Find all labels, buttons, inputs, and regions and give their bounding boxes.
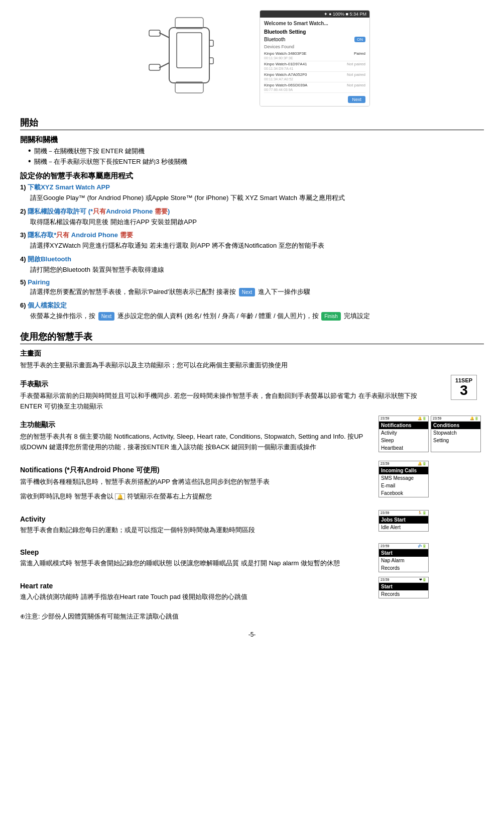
conditions-screen: 23:59 🔔🔋 Conditions Stopwatch Setting bbox=[431, 416, 481, 452]
heart-detail-screen: 23:59 ❤🔋 Start Records bbox=[379, 577, 429, 598]
main-func-text: 主功能顯示 您的智慧手表共有 8 個主要功能 Notifications, Ac… bbox=[20, 416, 370, 457]
sleep-screen-time: 23:59 bbox=[381, 544, 390, 548]
heart-item-2: Records bbox=[379, 590, 428, 598]
step6-next-btn[interactable]: Next bbox=[98, 312, 115, 321]
devices-found-label: Devices Found bbox=[264, 44, 365, 49]
step5-next-btn[interactable]: Next bbox=[239, 288, 256, 296]
svg-line-2 bbox=[159, 33, 169, 38]
heart-body: 進入心跳偵測功能時 請將手指放在Heart rate Touch pad 後開始… bbox=[20, 592, 370, 602]
notifications-title: Notifications (*只有Android Phone 可使用) bbox=[20, 466, 370, 475]
svg-rect-1 bbox=[177, 33, 202, 68]
devices-list: Kinpo Watch-34803F3E00:11:34:80:3F:3E Pa… bbox=[264, 51, 365, 93]
notifications-screens: 23:59 🔔🔋 Incoming Calls SMS Message E-ma… bbox=[379, 461, 484, 497]
step-6: 6) 個人檔案設定 依螢幕之操作指示，按 Next 逐步設定您的個人資料 (姓名… bbox=[20, 301, 484, 321]
date-display-container: 11SEP 3 bbox=[444, 375, 484, 400]
step-3-body: 請選擇XYZWatch 同意進行隱私存取通知 若未進行選取 則APP 將不會傳送… bbox=[30, 241, 484, 251]
heart-screens: 23:59 ❤🔋 Start Records bbox=[379, 577, 484, 598]
date-display: 11SEP 3 bbox=[451, 375, 477, 400]
notif-item-4: Facebook bbox=[379, 489, 428, 497]
sleep-screens: 23:59 💤🔋 Start Nap Alarm Records bbox=[379, 543, 484, 572]
next-button[interactable]: Next bbox=[348, 96, 365, 103]
bullet-power-off: • 關機－在手表顯示狀態下長按ENTER 鍵約3 秒後關機 bbox=[28, 157, 484, 166]
screen1-icons: 🔔🔋 bbox=[418, 417, 427, 421]
sleep-title: Sleep bbox=[20, 548, 370, 556]
svg-rect-5 bbox=[149, 64, 160, 70]
step-5: 5) Pairing 請選擇您所要配置的智慧手表後，會顯示'Paired'狀態表… bbox=[20, 278, 484, 297]
phone-welcome-text: Welcome to Smart Watch... bbox=[264, 21, 365, 26]
step-5-label: Pairing bbox=[28, 278, 50, 286]
bullet-dot-1: • bbox=[28, 147, 31, 155]
watch-image bbox=[134, 10, 244, 100]
screen1-time: 23:59 bbox=[381, 417, 390, 421]
notif-item-3: E-mail bbox=[379, 482, 428, 489]
step-2-header: 2) 隱私權設備存取許可 (*只有Android Phone 需要) bbox=[20, 207, 484, 216]
activity-section: Activity 智慧手表會自動記錄您每日的運動；或是可以指定一個特別時間做為運… bbox=[20, 510, 484, 540]
device-status-2: Not paired bbox=[347, 62, 365, 71]
on-off-title: 開關和關機 bbox=[20, 135, 484, 145]
step6-finish-btn[interactable]: Finish bbox=[321, 312, 341, 321]
step-5-body: 請選擇您所要配置的智慧手表後，會顯示'Paired'狀態表示已配對 接著按 Ne… bbox=[30, 287, 484, 297]
setup-title: 設定你的智慧手表和專屬應用程式 bbox=[20, 171, 484, 181]
notif-screen-time: 23:59 bbox=[381, 462, 390, 466]
notif-item-1: Incoming Calls bbox=[379, 467, 428, 474]
heart-section: Heart rate 進入心跳偵測功能時 請將手指放在Heart rate To… bbox=[20, 577, 484, 606]
screen2-status: 23:59 🔔🔋 bbox=[431, 416, 480, 422]
step-2-body: 取得隱私權設備存取同意後 開始進行APP 安裝並開啟APP bbox=[30, 217, 484, 227]
svg-rect-4 bbox=[149, 30, 160, 36]
step-3-number: 3) bbox=[20, 231, 28, 239]
svg-rect-7 bbox=[175, 82, 203, 93]
device-name-2: Kinpo Watch-01D97A4100:11:34:D9:7A:41 bbox=[264, 62, 307, 71]
sleep-item-2: Nap Alarm bbox=[379, 557, 428, 564]
step-1: 1) 下載XYZ Smart Watch APP 請至Google Play™ … bbox=[20, 183, 484, 203]
notif-screen-status: 23:59 🔔🔋 bbox=[379, 461, 428, 467]
notifications-detail-screen: 23:59 🔔🔋 Incoming Calls SMS Message E-ma… bbox=[379, 461, 429, 497]
heart-title: Heart rate bbox=[20, 582, 370, 590]
device-name-1: Kinpo Watch-34803F3E00:11:34:80:3F:3E bbox=[264, 51, 307, 60]
device-item-1: Kinpo Watch-34803F3E00:11:34:80:3F:3E Pa… bbox=[264, 51, 365, 61]
main-func-title: 主功能顯示 bbox=[20, 421, 370, 430]
main-func-screens: 23:59 🔔🔋 Notifications Activity Sleep He… bbox=[379, 416, 484, 454]
bluetooth-toggle[interactable]: ON bbox=[354, 37, 365, 42]
device-status-4: Not paired bbox=[347, 83, 365, 92]
notif-screen-icons: 🔔🔋 bbox=[418, 462, 427, 466]
page-number: -5- bbox=[20, 631, 484, 638]
activity-layout: Activity 智慧手表會自動記錄您每日的運動；或是可以指定一個特別時間做為運… bbox=[20, 510, 484, 540]
main-func-body: 您的智慧手表共有 8 個主要功能 Notifications, Activity… bbox=[20, 432, 370, 453]
device-item-2: Kinpo Watch-01D97A4100:11:34:D9:7A:41 No… bbox=[264, 61, 365, 72]
bluetooth-label: Bluetooth bbox=[264, 37, 285, 42]
step-4: 4) 開啟Bluetooth 請打開您的Bluetooth 裝置與智慧手表取得連… bbox=[20, 255, 484, 275]
heart-layout: Heart rate 進入心跳偵測功能時 請將手指放在Heart rate To… bbox=[20, 577, 484, 606]
next-btn-container: Next bbox=[264, 96, 365, 103]
kaishi-title: 開始 bbox=[20, 117, 484, 130]
bullet-power-on: • 開機－在關機狀態下按 ENTER 鍵開機 bbox=[28, 147, 484, 156]
screen2-time: 23:59 bbox=[433, 417, 442, 421]
activity-text: Activity 智慧手表會自動記錄您每日的運動；或是可以指定一個特別時間做為運… bbox=[20, 510, 370, 540]
activity-item-2: Idle Alert bbox=[379, 524, 428, 531]
step-6-number: 6) bbox=[20, 301, 28, 309]
heart-note: ⊕注意: 少部份人因體質關係有可能無法正常讀取心跳值 bbox=[20, 611, 484, 622]
heart-screen-time: 23:59 bbox=[381, 578, 390, 582]
screen2-item-3: Setting bbox=[431, 437, 480, 444]
activity-screens: 23:59 🏃🔋 Jobs Start Idle Alert bbox=[379, 510, 484, 532]
page-container: ✦ ● 100% ■ 5:34 PM Welcome to Smart Watc… bbox=[0, 0, 504, 658]
step-4-body: 請打開您的Bluetooth 裝置與智慧手表取得連線 bbox=[30, 265, 484, 275]
bullet-text-2: 關機－在手表顯示狀態下長按ENTER 鍵約3 秒後關機 bbox=[34, 157, 188, 166]
step-4-number: 4) bbox=[20, 255, 28, 263]
step-1-number: 1) bbox=[20, 183, 28, 191]
sleep-text: Sleep 當進入睡眠模式時 智慧手表會開始記錄您的睡眠狀態 以便讓您瞭解睡眠品… bbox=[20, 543, 370, 573]
step-4-label: 開啟Bluetooth bbox=[28, 255, 71, 263]
notifications-body2: 當收到即時訊息時 智慧手表會以 🔔 符號顯示在螢幕右上方提醒您 bbox=[20, 491, 370, 502]
main-func-section: 主功能顯示 您的智慧手表共有 8 個主要功能 Notifications, Ac… bbox=[20, 416, 484, 457]
device-item-4: Kinpo Watch-06SD039A00:77:86:44:03:9A No… bbox=[264, 82, 365, 93]
screen2-item-1: Conditions bbox=[431, 422, 480, 429]
step-3-label: 隱私存取*只有 Android Phone 需要 bbox=[28, 231, 133, 239]
heart-screen-icons: ❤🔋 bbox=[419, 578, 427, 582]
svg-rect-9 bbox=[209, 58, 213, 64]
usage-title: 使用您的智慧手表 bbox=[20, 331, 484, 344]
step-6-body: 依螢幕之操作指示，按 Next 逐步設定您的個人資料 (姓名/ 性別 / 身高 … bbox=[30, 311, 484, 321]
heart-text: Heart rate 進入心跳偵測功能時 請將手指放在Heart rate To… bbox=[20, 577, 370, 606]
watch-display-title: 手表顯示 bbox=[20, 380, 436, 389]
svg-rect-8 bbox=[209, 40, 213, 46]
step-3: 3) 隱私存取*只有 Android Phone 需要 請選擇XYZWatch … bbox=[20, 231, 484, 251]
screen1-item-4: Heartbeat bbox=[379, 444, 428, 452]
